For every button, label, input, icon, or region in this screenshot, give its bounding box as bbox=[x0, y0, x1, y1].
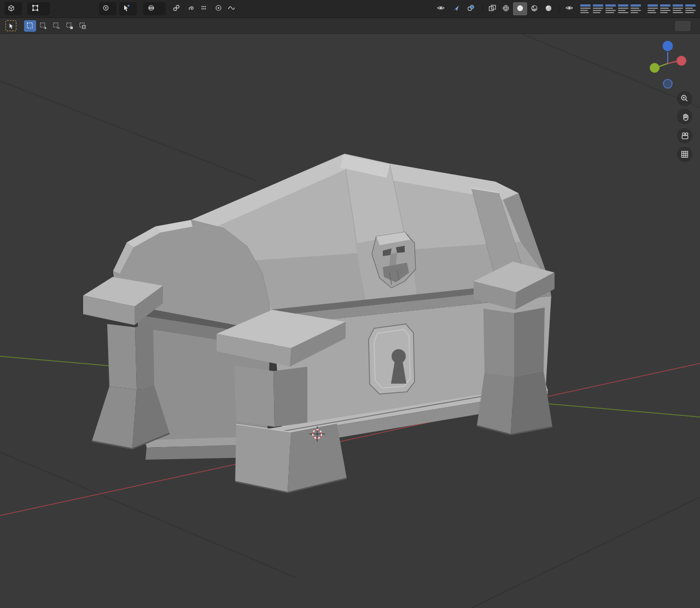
select-mode-subtract-button[interactable] bbox=[50, 20, 62, 32]
projection-toggle-button[interactable] bbox=[677, 147, 692, 162]
viewport-header bbox=[0, 0, 700, 18]
falloff-wave-icon bbox=[227, 4, 236, 14]
blender-window bbox=[0, 0, 700, 608]
visibility-eye-button[interactable] bbox=[563, 2, 576, 15]
dot-circle-icon bbox=[214, 4, 223, 14]
mode-selector-dropdown[interactable] bbox=[27, 2, 50, 15]
proportional-editing-toggle[interactable] bbox=[185, 2, 197, 15]
pan-button[interactable] bbox=[677, 109, 692, 124]
viewport-scene[interactable] bbox=[0, 34, 700, 608]
select-mode-set-button[interactable] bbox=[24, 20, 36, 32]
magnifier-icon bbox=[680, 94, 689, 103]
dots-grid-icon bbox=[200, 4, 208, 14]
object-mode-icon bbox=[31, 4, 39, 14]
falloff-curve-button[interactable] bbox=[225, 2, 238, 15]
zoom-button[interactable] bbox=[677, 91, 692, 106]
chest-lock-plate[interactable] bbox=[369, 324, 415, 394]
divider bbox=[482, 4, 483, 14]
viewport-3d[interactable] bbox=[0, 34, 700, 608]
navigation-gizmo[interactable] bbox=[650, 41, 686, 89]
shading-material-button[interactable] bbox=[527, 2, 541, 15]
solid-sphere-icon bbox=[516, 4, 524, 14]
layer-bar bbox=[648, 4, 658, 13]
gizmo-negative-z-ball[interactable] bbox=[663, 79, 672, 88]
xray-squares-icon bbox=[488, 4, 497, 14]
editor-type-button[interactable] bbox=[4, 2, 22, 15]
select-mode-invert-button[interactable] bbox=[63, 20, 75, 32]
xray-toggle[interactable] bbox=[486, 2, 499, 15]
proportional-spiral-icon bbox=[187, 4, 195, 14]
gizmo-z-ball[interactable] bbox=[663, 41, 673, 51]
grid-icon bbox=[680, 150, 689, 159]
transform-pivot-dropdown[interactable] bbox=[99, 2, 116, 15]
hand-icon bbox=[680, 112, 690, 121]
snapping-dropdown[interactable] bbox=[170, 2, 185, 15]
menubar bbox=[55, 2, 95, 15]
layer-bar bbox=[685, 4, 696, 13]
header-layer-bars-group-2[interactable] bbox=[648, 4, 696, 13]
editor-type-3d-viewport-icon bbox=[7, 4, 15, 14]
material-sphere-icon bbox=[530, 4, 539, 14]
shading-wireframe-button[interactable] bbox=[499, 2, 513, 15]
orientation-globe-icon bbox=[147, 4, 155, 14]
chest-post-right[interactable] bbox=[474, 262, 555, 435]
select-mode-intersect-button[interactable] bbox=[77, 20, 89, 32]
camera-icon bbox=[680, 131, 690, 141]
object-types-visibility-dropdown[interactable] bbox=[434, 2, 450, 15]
pivot-point-icon bbox=[102, 4, 110, 14]
wireframe-sphere-icon bbox=[501, 4, 510, 14]
gizmo-dart-icon bbox=[452, 4, 460, 14]
menu-add[interactable] bbox=[75, 2, 85, 15]
overlays-dropdown[interactable] bbox=[464, 2, 480, 15]
layer-bar bbox=[605, 4, 616, 13]
snap-target-dropdown[interactable] bbox=[197, 2, 212, 15]
rendered-sphere-icon bbox=[544, 4, 553, 14]
layer-bar bbox=[660, 4, 670, 13]
snap-link-icon bbox=[172, 4, 180, 14]
shading-rendered-button[interactable] bbox=[541, 2, 556, 15]
shading-solid-button[interactable] bbox=[513, 2, 527, 15]
divider bbox=[559, 4, 560, 14]
gizmo-y-ball[interactable] bbox=[650, 63, 660, 73]
layer-bar bbox=[631, 4, 641, 13]
select-mode-extend-button[interactable] bbox=[37, 20, 49, 32]
active-tool-select-box-icon[interactable] bbox=[5, 20, 16, 31]
proportional-falloff-toggle[interactable] bbox=[212, 2, 225, 15]
treasure-chest-object[interactable] bbox=[83, 154, 555, 493]
eye-icon bbox=[436, 4, 445, 14]
menu-object[interactable] bbox=[85, 2, 95, 15]
cursor-arrow-icon bbox=[122, 4, 130, 14]
camera-view-button[interactable] bbox=[677, 128, 692, 143]
cursor-tool-dropdown[interactable] bbox=[119, 2, 137, 15]
layer-bar bbox=[618, 4, 628, 13]
menu-select[interactable] bbox=[65, 2, 75, 15]
layer-bar bbox=[673, 4, 683, 13]
gizmo-x-ball[interactable] bbox=[676, 56, 686, 66]
overlays-circles-icon bbox=[466, 4, 475, 14]
menu-view[interactable] bbox=[55, 2, 65, 15]
options-dropdown[interactable] bbox=[674, 20, 691, 32]
gizmos-dropdown[interactable] bbox=[450, 2, 464, 15]
header-layer-bars-group-1[interactable] bbox=[580, 4, 641, 13]
transform-orientation-dropdown[interactable] bbox=[143, 2, 166, 15]
layer-bar bbox=[593, 4, 603, 13]
tool-settings-bar bbox=[0, 18, 700, 34]
eye-icon bbox=[565, 4, 574, 14]
select-mode-group bbox=[24, 20, 89, 32]
layer-bar bbox=[580, 4, 591, 13]
